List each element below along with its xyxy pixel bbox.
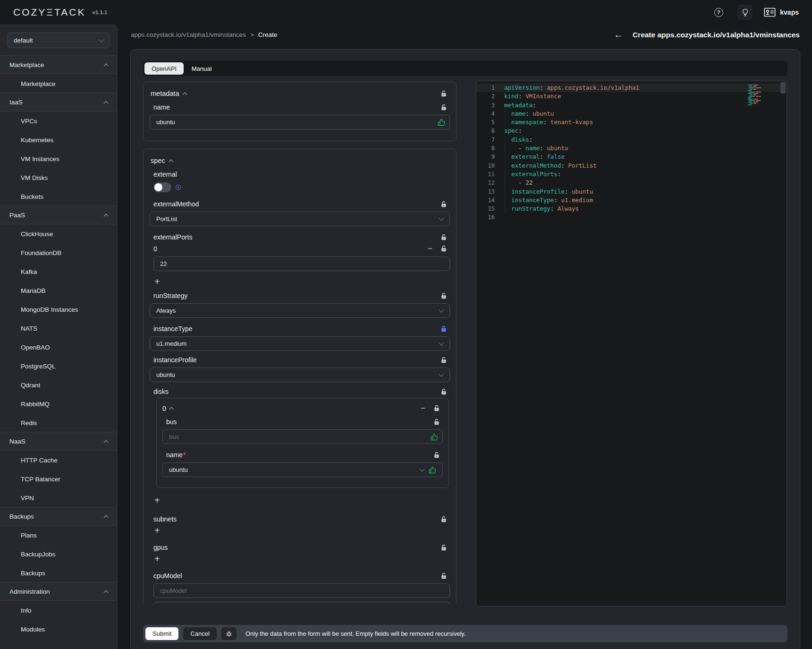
spec-section-toggle[interactable]: spec [150,157,173,164]
remove-item-button[interactable]: − [428,245,432,253]
theme-toggle-button[interactable] [737,5,753,20]
name-input[interactable] [150,115,450,129]
line-code: instanceProfile: ubuntu [504,188,593,196]
thumbs-up-icon [438,119,445,126]
lock-open-icon[interactable] [440,234,447,241]
sidebar-item[interactable]: Redis [0,413,117,432]
sidebar-item-label: VM Disks [21,174,48,181]
remove-disk-button[interactable]: − [421,404,425,412]
lock-open-icon[interactable] [440,201,447,208]
sidebar-item[interactable]: Buckets [0,187,117,206]
bus-input[interactable] [162,429,443,444]
sidebar-item[interactable]: VPN [0,488,117,507]
external-toggle[interactable] [153,182,171,192]
sidebar-item[interactable]: RabbitMQ [0,394,117,413]
lock-open-icon[interactable] [440,104,447,111]
lock-open-icon[interactable] [440,292,447,299]
sidebar-item[interactable]: NaaS [0,432,117,451]
sidebar-item[interactable]: Modules [0,620,117,639]
editor-line: 11 externalPorts: [476,170,787,179]
chevron-down-icon [419,466,424,471]
lock-open-icon[interactable] [433,405,440,412]
sidebar-item[interactable]: HTTP Cache [0,451,117,470]
sidebar-item[interactable]: Backups [0,507,117,526]
add-port-button[interactable]: + [154,277,164,286]
disks-label: disks [153,388,169,395]
collapse-chevron-icon [183,92,187,97]
editor-line: 6 spec: [476,127,787,135]
lock-open-icon[interactable] [440,572,447,580]
sidebar-item-label: VPCs [21,118,37,125]
sidebar-item[interactable]: MongoDB Instances [0,300,117,319]
externalPorts-item-input[interactable] [153,256,450,271]
sidebar-item[interactable]: FoundationDB [0,243,117,262]
line-number: 4 [476,110,504,118]
sidebar-item[interactable]: Kafka [0,262,117,281]
disk-item-toggle[interactable]: 0 [162,405,173,412]
submit-button[interactable]: Submit [145,627,178,640]
sidebar-item[interactable]: NATS [0,319,117,338]
breadcrumb-path[interactable]: apps.cozystack.io/v1alpha1/vminstances [131,31,246,38]
sidebar-item[interactable]: PostgreSQL [0,357,117,376]
lock-open-icon[interactable] [433,418,440,426]
sidebar-item-label: NaaS [9,438,25,445]
lock-open-icon[interactable] [433,452,440,459]
add-subnet-button[interactable]: + [154,526,164,535]
sidebar-item[interactable]: BackupJobs [0,545,117,564]
metadata-section-toggle[interactable]: metadata [150,90,186,97]
id-card-icon [764,8,776,17]
sidebar-item[interactable]: Marketplace [0,55,117,74]
sidebar-item[interactable]: VM Disks [0,168,117,187]
add-disk-button[interactable]: + [154,495,164,505]
help-button[interactable]: ? [711,5,726,20]
breadcrumb-separator: > [250,31,254,38]
sidebar-item[interactable]: Kubernetes [0,130,117,149]
sidebar-item[interactable]: IaaS [0,93,117,111]
lock-open-icon[interactable] [440,388,447,395]
tab-manual[interactable]: Manual [185,62,219,75]
lock-open-icon[interactable] [440,245,447,252]
editor-scrollbar[interactable] [780,82,786,94]
sidebar-item[interactable]: VM Instances [0,149,117,168]
sidebar-item[interactable]: Info [0,601,117,620]
sidebar-item[interactable]: TCP Balancer [0,470,117,488]
back-arrow-icon[interactable]: ← [614,29,623,40]
runStrategy-select[interactable]: Always [150,303,450,318]
debug-button[interactable] [221,627,237,640]
lock-open-icon[interactable] [440,90,447,97]
tab-openapi[interactable]: OpenAPI [144,62,184,75]
sidebar-item[interactable]: Administration [0,582,117,601]
sidebar-item-label: Kafka [21,268,37,275]
editor-minimap[interactable] [748,85,778,106]
lock-open-icon[interactable] [440,516,447,523]
sidebar-item[interactable]: OpenBAO [0,338,117,357]
sidebar-item[interactable]: ClickHouse [0,224,117,243]
disk-name-select[interactable]: ubuntu [162,462,443,477]
sidebar-item[interactable]: Qdrant [0,376,117,394]
sidebar-item-label: VPN [21,495,34,502]
sidebar-item[interactable]: VPCs [0,111,117,130]
namespace-select[interactable]: default [8,33,110,48]
sidebar-item[interactable]: Plans [0,526,117,545]
sidebar-item[interactable]: PaaS [0,205,117,224]
sidebar-item[interactable]: MariaDB [0,281,117,300]
cancel-button[interactable]: Cancel [183,627,216,640]
add-gpu-button[interactable]: + [154,554,164,564]
instanceType-select[interactable]: u1.medium [150,336,450,351]
namespace-value: default [14,37,33,44]
line-code: metadata: [504,101,536,110]
cpuModel-input[interactable] [153,583,450,598]
lock-open-icon[interactable] [440,544,447,551]
externalMethod-select[interactable]: PortList [150,212,450,226]
subnets-label: subnets [153,515,177,523]
user-menu[interactable]: kvaps [764,8,799,17]
instanceProfile-select[interactable]: ubuntu [150,367,450,382]
yaml-editor[interactable]: 1 apiVersion: apps.cozystack.io/v1alpha1… [476,81,787,606]
sidebar-item[interactable]: Backups [0,564,117,582]
chevron-down-icon [439,215,444,221]
lock-closed-icon[interactable] [440,325,447,333]
sidebar-item[interactable]: Marketplace [0,74,117,93]
line-number: 12 [476,179,504,187]
lock-open-icon[interactable] [440,357,447,364]
editor-line: 15 runStrategy: Always [476,205,787,213]
